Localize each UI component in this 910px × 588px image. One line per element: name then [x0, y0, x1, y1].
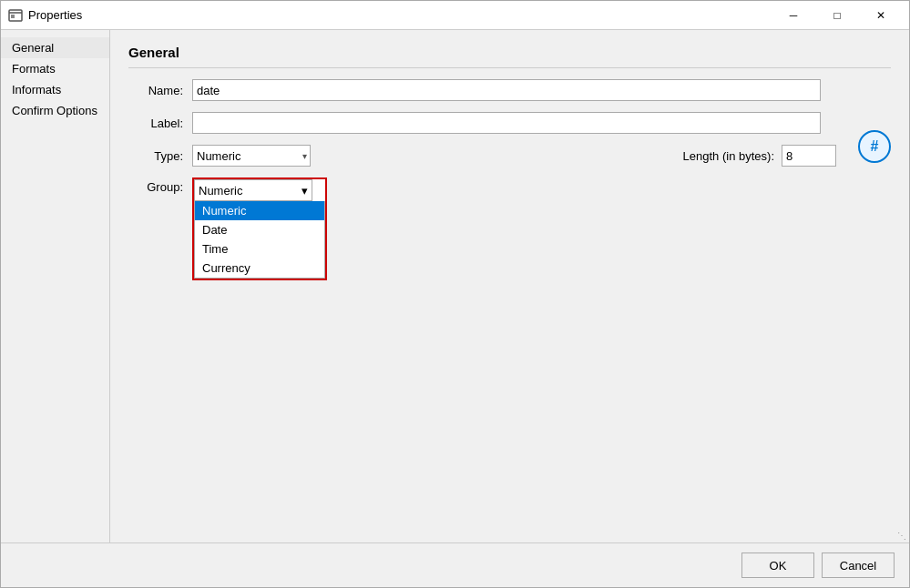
label-input[interactable]: [192, 112, 821, 134]
maximize-button[interactable]: □: [816, 1, 858, 30]
group-dropdown-list: Numeric Date Time Currency: [194, 201, 325, 279]
name-row: Name:: [128, 79, 891, 101]
sidebar-item-general[interactable]: General: [1, 37, 109, 58]
title-bar: Properties ─ □ ✕: [1, 1, 909, 30]
window-controls: ─ □ ✕: [772, 1, 902, 30]
window-icon: [8, 8, 23, 23]
sidebar-item-informats[interactable]: Informats: [1, 79, 109, 100]
group-label: Group:: [128, 177, 183, 194]
window-title: Properties: [28, 8, 772, 22]
length-input[interactable]: [782, 145, 836, 167]
sidebar: General Formats Informats Confirm Option…: [1, 30, 110, 542]
bottom-bar: OK Cancel: [1, 542, 909, 587]
cancel-button[interactable]: Cancel: [822, 553, 895, 578]
name-input[interactable]: [192, 79, 821, 101]
name-label: Name:: [128, 84, 183, 97]
type-label: Type:: [128, 149, 183, 163]
type-select-wrapper: Numeric Character ▾: [192, 145, 311, 167]
section-title: General: [128, 45, 891, 68]
main-content: General Name: # Label: Type: Numeric: [110, 30, 909, 542]
close-button[interactable]: ✕: [860, 1, 902, 30]
properties-window: Properties ─ □ ✕ General Formats Informa…: [0, 0, 910, 588]
group-dropdown-selected[interactable]: Numeric ▾: [194, 179, 312, 201]
group-option-numeric[interactable]: Numeric: [195, 201, 324, 220]
length-row: Length (in bytes):: [683, 145, 836, 167]
window-body: General Formats Informats Confirm Option…: [1, 30, 909, 542]
sidebar-item-confirm-options[interactable]: Confirm Options: [1, 100, 109, 121]
hash-button[interactable]: #: [858, 130, 891, 163]
hash-icon: #: [871, 138, 879, 155]
resize-handle[interactable]: ⋱: [896, 530, 907, 541]
group-option-time[interactable]: Time: [195, 239, 324, 259]
label-row: Label:: [128, 112, 891, 134]
group-option-currency[interactable]: Currency: [195, 259, 324, 278]
group-dropdown-arrow: ▾: [302, 184, 308, 198]
type-row: Type: Numeric Character ▾ Length (in byt…: [128, 145, 891, 167]
minimize-button[interactable]: ─: [772, 1, 814, 30]
group-dropdown-container: Numeric ▾ Numeric Date Time: [192, 177, 327, 280]
group-option-date[interactable]: Date: [195, 220, 324, 239]
svg-rect-2: [11, 15, 15, 18]
length-label: Length (in bytes):: [683, 149, 774, 163]
type-select[interactable]: Numeric Character: [192, 145, 311, 167]
sidebar-item-formats[interactable]: Formats: [1, 58, 109, 79]
group-row: Group: Numeric ▾ Numeric Date: [128, 177, 891, 280]
ok-button[interactable]: OK: [741, 553, 814, 578]
label-label: Label:: [128, 117, 183, 130]
